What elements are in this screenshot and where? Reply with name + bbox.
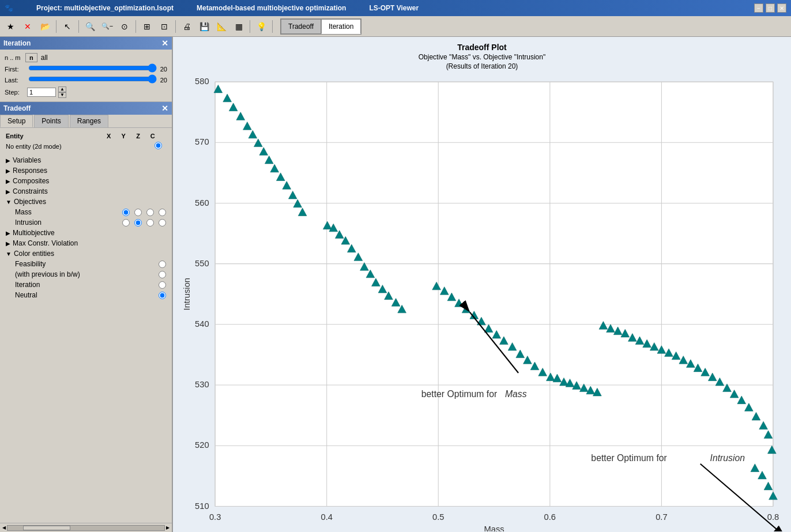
first-label: First: bbox=[5, 66, 25, 73]
cursor-button[interactable]: ↖ bbox=[59, 18, 76, 35]
iteration-color-label: Iteration bbox=[15, 281, 159, 289]
tree-constraints[interactable]: ▶ Constraints bbox=[3, 186, 168, 197]
tree-multiobjective[interactable]: ▶ Multiobjective bbox=[3, 228, 168, 238]
composites-label: Composites bbox=[13, 177, 49, 185]
tradeoff-content: Entity X Y Z C No entity (2d mode) bbox=[0, 128, 172, 523]
tree-composites[interactable]: ▶ Composites bbox=[3, 176, 168, 186]
color-entities-label: Color entities bbox=[14, 250, 54, 258]
max-constr-label: Max Constr. Violation bbox=[13, 239, 78, 247]
no-entity-label: No entity (2d mode) bbox=[3, 141, 104, 152]
favorites-button[interactable]: ★ bbox=[2, 18, 18, 35]
color-entities-arrow: ▼ bbox=[6, 251, 12, 257]
close-button[interactable]: ✕ bbox=[777, 3, 786, 13]
first-slider[interactable] bbox=[28, 65, 157, 71]
all-label: all bbox=[41, 54, 48, 62]
tree-max-constr[interactable]: ▶ Max Constr. Violation bbox=[3, 238, 168, 248]
svg-text:530: 530 bbox=[195, 380, 209, 389]
scrollbar-track[interactable] bbox=[7, 525, 165, 531]
objectives-children: Mass Intrusion bbox=[13, 207, 168, 228]
svg-text:560: 560 bbox=[195, 198, 209, 207]
sep2 bbox=[78, 20, 79, 33]
prev-bw-radio[interactable] bbox=[159, 271, 166, 278]
multiobjective-arrow: ▶ bbox=[6, 230, 10, 236]
prev-bw-label: (with previous in b/w) bbox=[15, 270, 159, 278]
svg-text:better Optimum for: better Optimum for bbox=[421, 389, 497, 399]
y-col-header: Y bbox=[119, 131, 134, 141]
sep3 bbox=[135, 20, 136, 33]
mass-row: Mass bbox=[13, 207, 168, 217]
pan-h-button[interactable]: ⊞ bbox=[139, 18, 155, 35]
mass-x-radio[interactable] bbox=[122, 209, 130, 216]
svg-text:Intrusion: Intrusion bbox=[710, 453, 745, 463]
svg-text:580: 580 bbox=[195, 77, 209, 86]
step-input[interactable] bbox=[27, 88, 56, 97]
zoom-out-button[interactable]: 🔍− bbox=[99, 18, 115, 35]
help-button[interactable]: 💡 bbox=[253, 18, 269, 35]
step-down-button[interactable]: ▼ bbox=[58, 92, 66, 98]
app-icon: 🐾 bbox=[5, 4, 13, 12]
tradeoff-tab-button[interactable]: Tradeoff bbox=[281, 19, 321, 34]
tradeoff-close-button[interactable]: ✕ bbox=[161, 104, 168, 113]
chart-subtitle2: (Results of Iteration 20) bbox=[446, 62, 518, 70]
neutral-row: Neutral bbox=[3, 290, 168, 300]
svg-text:0.7: 0.7 bbox=[656, 512, 667, 522]
responses-label: Responses bbox=[13, 167, 47, 175]
svg-text:Mass: Mass bbox=[505, 389, 527, 399]
tradeoff-tabs: Setup Points Ranges bbox=[0, 115, 172, 128]
tree-objectives[interactable]: ▼ Objectives bbox=[3, 197, 168, 207]
n-button[interactable]: n bbox=[25, 53, 37, 62]
open-button[interactable]: 📂 bbox=[37, 18, 53, 35]
print-button[interactable]: 🖨 bbox=[179, 18, 195, 35]
last-slider[interactable] bbox=[28, 76, 157, 82]
tab-points[interactable]: Points bbox=[34, 115, 68, 127]
iteration-color-radio[interactable] bbox=[159, 281, 166, 289]
svg-text:0.8: 0.8 bbox=[767, 512, 779, 522]
svg-text:0.3: 0.3 bbox=[209, 512, 221, 522]
no-entity-row: No entity (2d mode) bbox=[3, 141, 168, 152]
step-up-button[interactable]: ▲ bbox=[58, 86, 66, 92]
mass-y-radio[interactable] bbox=[134, 209, 142, 216]
pan-v-button[interactable]: ⊡ bbox=[156, 18, 172, 35]
zoom-fit-button[interactable]: ⊙ bbox=[116, 18, 133, 35]
intrusion-c-radio[interactable] bbox=[159, 219, 166, 227]
tab-setup[interactable]: Setup bbox=[0, 115, 33, 127]
titlebar-titles: 🐾 Project: multiobjective_optimization.l… bbox=[5, 4, 419, 12]
window-controls[interactable]: − □ ✕ bbox=[754, 3, 786, 13]
scrollbar-thumb[interactable] bbox=[23, 526, 70, 530]
svg-text:Mass: Mass bbox=[484, 525, 504, 531]
zoom-in-button[interactable]: 🔍 bbox=[82, 18, 98, 35]
intrusion-y-radio[interactable] bbox=[134, 219, 142, 227]
delete-button[interactable]: ✕ bbox=[20, 18, 36, 35]
svg-rect-0 bbox=[215, 82, 773, 506]
grid-button[interactable]: ▦ bbox=[231, 18, 247, 35]
variables-arrow: ▶ bbox=[6, 157, 10, 164]
intrusion-z-radio[interactable] bbox=[146, 219, 154, 227]
scroll-right-button[interactable]: ▶ bbox=[165, 525, 171, 530]
multiobjective-label: Multiobjective bbox=[13, 229, 55, 237]
save-button[interactable]: 💾 bbox=[196, 18, 212, 35]
intrusion-x-radio[interactable] bbox=[122, 219, 130, 227]
tree-variables[interactable]: ▶ Variables bbox=[3, 155, 168, 165]
tab-ranges[interactable]: Ranges bbox=[70, 115, 108, 127]
neutral-radio[interactable] bbox=[159, 292, 166, 299]
mass-c-radio[interactable] bbox=[159, 209, 166, 216]
svg-text:520: 520 bbox=[195, 440, 209, 450]
feasibility-radio[interactable] bbox=[159, 261, 166, 268]
view-tab-group: Tradeoff Iteration bbox=[280, 18, 361, 35]
tree-color-entities[interactable]: ▼ Color entities bbox=[3, 248, 168, 259]
maximize-button[interactable]: □ bbox=[766, 3, 775, 13]
no-entity-radio[interactable] bbox=[155, 142, 162, 149]
svg-text:Intrusion: Intrusion bbox=[182, 278, 191, 310]
iteration-tab-button[interactable]: Iteration bbox=[321, 19, 361, 34]
mass-z-radio[interactable] bbox=[146, 209, 154, 216]
last-label: Last: bbox=[5, 77, 25, 84]
scroll-left-button[interactable]: ◀ bbox=[1, 525, 7, 530]
iteration-close-button[interactable]: ✕ bbox=[161, 39, 168, 48]
minimize-button[interactable]: − bbox=[754, 3, 763, 13]
feasibility-row: Feasibility bbox=[3, 259, 168, 269]
tradeoff-section-header: Tradeoff ✕ bbox=[0, 102, 172, 115]
intrusion-row: Intrusion bbox=[13, 217, 168, 228]
tree-responses[interactable]: ▶ Responses bbox=[3, 165, 168, 176]
toolbar: ★ ✕ 📂 ↖ 🔍 🔍− ⊙ ⊞ ⊡ 🖨 💾 📐 ▦ 💡 Tradeoff It… bbox=[0, 16, 791, 37]
measure-button[interactable]: 📐 bbox=[213, 18, 229, 35]
